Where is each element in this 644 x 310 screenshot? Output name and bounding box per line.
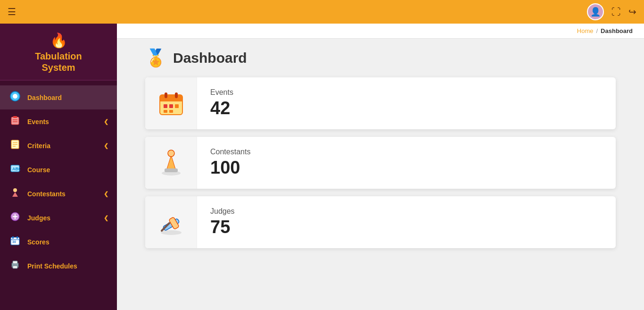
contestants-card-value: 100 xyxy=(210,158,250,178)
avatar[interactable]: 👤 xyxy=(587,3,604,20)
svg-rect-28 xyxy=(165,92,167,98)
topbar-left: ☰ xyxy=(8,6,16,17)
contestants-card-icon xyxy=(145,137,197,189)
svg-point-37 xyxy=(168,150,174,157)
sidebar-item-label-course: Course xyxy=(27,166,108,174)
svg-rect-33 xyxy=(164,110,167,113)
fullscreen-icon[interactable]: ⛶ xyxy=(611,7,621,17)
breadcrumb-home-link[interactable]: Home xyxy=(577,27,594,34)
events-card-label: Events xyxy=(210,88,233,97)
sidebar-item-course[interactable]: ABCCourse xyxy=(0,158,117,182)
print-nav-icon xyxy=(8,260,22,272)
svg-point-39 xyxy=(161,230,182,235)
events-card-info: Events42 xyxy=(197,81,247,126)
scores-nav-icon: 30 xyxy=(8,235,22,248)
svg-rect-34 xyxy=(169,110,173,113)
criteria-nav-icon xyxy=(8,139,22,152)
svg-point-12 xyxy=(13,188,17,192)
hamburger-icon[interactable]: ☰ xyxy=(8,6,16,17)
svg-rect-19 xyxy=(17,236,18,239)
events-nav-icon xyxy=(8,115,22,128)
sidebar-item-scores[interactable]: 30Scores xyxy=(0,230,117,254)
svg-rect-31 xyxy=(169,104,173,108)
sidebar-item-contestants[interactable]: Contestants❮ xyxy=(0,182,117,206)
contestants-nav-icon xyxy=(8,187,22,200)
svg-rect-30 xyxy=(164,104,167,108)
sidebar-nav: DashboardEvents❮Criteria❮ABCCourseContes… xyxy=(0,81,117,283)
svg-marker-36 xyxy=(166,155,176,170)
dashboard-nav-icon xyxy=(8,91,22,104)
sidebar-item-dashboard[interactable]: Dashboard xyxy=(0,85,117,109)
events-card-value: 42 xyxy=(210,99,233,118)
page-title: Dashboard xyxy=(173,50,247,66)
judges-card-value: 75 xyxy=(210,218,235,237)
svg-rect-29 xyxy=(175,92,178,98)
judges-card-info: Judges75 xyxy=(197,200,248,245)
page-header: 🏅 Dashboard xyxy=(117,39,644,73)
topbar: ☰ 👤 ⛶ ↪ xyxy=(0,0,644,24)
logo-text: Tabulation System xyxy=(35,50,82,73)
judges-card-icon xyxy=(145,196,197,248)
stat-card-events: Events42 xyxy=(145,77,616,129)
sidebar-item-label-contestants: Contestants xyxy=(27,190,98,198)
sidebar-item-label-dashboard: Dashboard xyxy=(27,94,108,101)
logo-icon: 🔥 xyxy=(50,32,67,49)
cards-container: Events42Contestants100Judges75 xyxy=(117,73,644,258)
svg-rect-3 xyxy=(13,116,17,118)
stat-card-judges: Judges75 xyxy=(145,196,616,248)
sidebar-item-label-events: Events xyxy=(27,118,98,126)
svg-marker-13 xyxy=(12,192,18,197)
sidebar-item-label-judges: Judges xyxy=(27,214,98,222)
svg-rect-2 xyxy=(11,117,19,125)
breadcrumb: Home / Dashboard xyxy=(117,24,644,39)
svg-rect-23 xyxy=(13,261,17,264)
svg-rect-32 xyxy=(175,104,179,108)
logout-icon[interactable]: ↪ xyxy=(628,6,636,17)
sidebar-item-print[interactable]: Print Schedules xyxy=(0,254,117,278)
sidebar-item-label-criteria: Criteria xyxy=(27,142,98,150)
sidebar-item-judges[interactable]: Judges❮ xyxy=(0,206,117,230)
contestants-card-info: Contestants100 xyxy=(197,140,264,185)
chevron-icon-judges: ❮ xyxy=(104,215,108,221)
breadcrumb-separator: / xyxy=(596,27,598,34)
sidebar-logo: 🔥 Tabulation System xyxy=(0,24,117,81)
svg-text:30: 30 xyxy=(12,240,16,243)
stat-card-contestants: Contestants100 xyxy=(145,137,616,189)
topbar-right: 👤 ⛶ ↪ xyxy=(587,3,636,20)
events-card-icon xyxy=(145,77,197,129)
sidebar-item-criteria[interactable]: Criteria❮ xyxy=(0,134,117,158)
svg-rect-24 xyxy=(13,266,17,268)
chevron-icon-events: ❮ xyxy=(104,118,108,125)
page-header-icon: 🏅 xyxy=(145,48,166,68)
chevron-icon-criteria: ❮ xyxy=(104,142,108,149)
breadcrumb-current: Dashboard xyxy=(601,27,633,34)
sidebar-item-label-scores: Scores xyxy=(27,238,108,246)
sidebar-item-label-print: Print Schedules xyxy=(27,262,108,270)
svg-rect-27 xyxy=(160,98,182,101)
sidebar: 🔥 Tabulation System DashboardEvents❮Crit… xyxy=(0,24,117,310)
svg-rect-18 xyxy=(12,236,14,239)
judges-nav-icon xyxy=(8,211,22,224)
main-layout: 🔥 Tabulation System DashboardEvents❮Crit… xyxy=(0,24,644,310)
sidebar-item-events[interactable]: Events❮ xyxy=(0,109,117,134)
chevron-icon-contestants: ❮ xyxy=(104,191,108,197)
content: Home / Dashboard 🏅 Dashboard Events42Con… xyxy=(117,24,644,310)
contestants-card-label: Contestants xyxy=(210,148,250,156)
judges-card-label: Judges xyxy=(210,207,235,216)
svg-text:ABC: ABC xyxy=(12,167,20,171)
svg-rect-38 xyxy=(165,168,178,172)
course-nav-icon: ABC xyxy=(8,163,22,176)
svg-point-1 xyxy=(13,94,17,99)
